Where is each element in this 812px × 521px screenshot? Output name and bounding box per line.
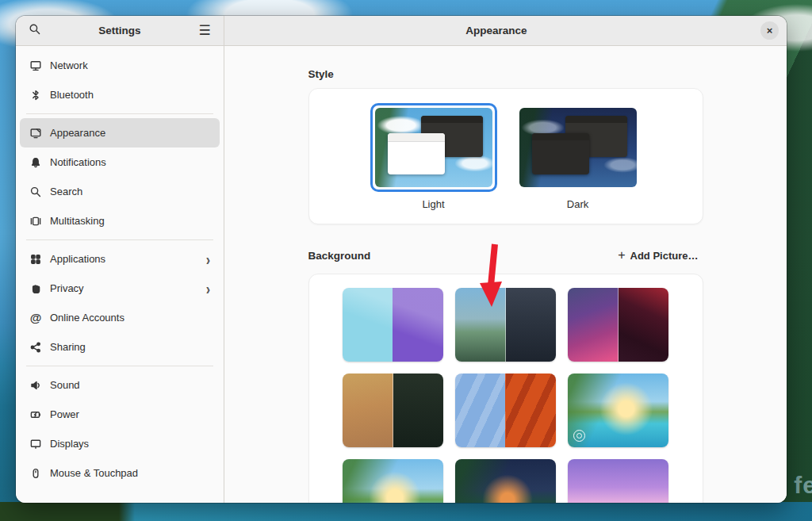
- applications-grid-icon: [29, 253, 42, 266]
- background-card: [308, 274, 703, 503]
- sidebar-item-displays[interactable]: Displays: [20, 429, 220, 458]
- appearance-panel: Style Light: [224, 46, 787, 503]
- wallpaper-thumb-island-day[interactable]: [343, 459, 443, 503]
- light-selection-ring: [370, 103, 497, 192]
- wallpaper-thumb-purple-sky[interactable]: [568, 459, 668, 503]
- sidebar-separator: [26, 239, 213, 240]
- desktop-watermark: fe: [794, 472, 812, 499]
- slideshow-indicator-icon: [573, 430, 585, 442]
- style-section-label: Style: [308, 68, 703, 80]
- close-icon: ×: [767, 25, 773, 36]
- preview-light-window: [388, 133, 445, 174]
- at-icon: @: [29, 312, 42, 324]
- sidebar-item-network[interactable]: Network: [20, 51, 220, 80]
- desktop-wallpaper-water: [0, 502, 812, 521]
- sidebar-separator: [26, 113, 213, 114]
- sidebar: Network Bluetooth Appearance Notific: [16, 46, 224, 503]
- sidebar-item-label: Network: [50, 59, 210, 71]
- sidebar-item-label: Privacy: [50, 282, 198, 294]
- wallpaper-thumb-orange-darkgreen[interactable]: [343, 374, 443, 447]
- sidebar-item-sharing[interactable]: Sharing: [20, 332, 220, 362]
- appearance-icon: [29, 127, 42, 140]
- sidebar-item-label: Sharing: [50, 341, 210, 353]
- sidebar-item-label: Search: [50, 186, 210, 197]
- main-header: Appearance ×: [224, 16, 787, 45]
- sidebar-item-notifications[interactable]: Notifications: [20, 147, 220, 177]
- light-style-preview: [375, 108, 492, 187]
- window-body: Network Bluetooth Appearance Notific: [16, 46, 787, 503]
- share-icon: [29, 341, 42, 354]
- style-option-light[interactable]: Light: [370, 103, 497, 210]
- style-card: Light Dark: [308, 88, 703, 224]
- hand-icon: [29, 282, 42, 295]
- sidebar-item-label: Appearance: [50, 127, 210, 139]
- search-icon: [29, 23, 41, 38]
- titlebar: Settings ☰ Appearance ×: [16, 16, 787, 46]
- wallpaper-grid: [309, 288, 703, 503]
- plus-icon: +: [618, 248, 625, 262]
- mouse-icon: [29, 467, 42, 480]
- sidebar-item-label: Notifications: [50, 156, 210, 168]
- sidebar-item-bluetooth[interactable]: Bluetooth: [20, 80, 220, 109]
- bluetooth-icon: [29, 89, 42, 102]
- style-option-label: Light: [422, 198, 444, 210]
- hamburger-icon: ☰: [198, 22, 210, 39]
- menu-button[interactable]: ☰: [193, 20, 216, 42]
- speaker-icon: [29, 379, 42, 392]
- preview-dark-window-2: [532, 133, 589, 174]
- sidebar-item-mouse-touchpad[interactable]: Mouse & Touchpad: [20, 458, 220, 488]
- sidebar-item-appearance[interactable]: Appearance: [20, 118, 220, 147]
- add-picture-button[interactable]: + Add Picture…: [613, 245, 703, 266]
- network-icon: [29, 59, 42, 72]
- sidebar-item-label: Displays: [50, 438, 210, 450]
- battery-icon: [29, 408, 42, 421]
- sidebar-item-label: Bluetooth: [50, 89, 210, 101]
- wallpaper-thumb-city-day-night[interactable]: [455, 288, 556, 362]
- search-button[interactable]: [24, 20, 46, 42]
- sidebar-item-label: Multitasking: [50, 215, 210, 227]
- multitasking-icon: [29, 215, 42, 228]
- sidebar-item-multitasking[interactable]: Multitasking: [20, 206, 220, 236]
- sidebar-item-privacy[interactable]: Privacy ›: [20, 274, 220, 303]
- sidebar-item-label: Sound: [50, 379, 210, 391]
- page-title: Appearance: [232, 25, 760, 36]
- sidebar-title: Settings: [46, 25, 193, 36]
- dark-selection-ring: [515, 103, 642, 192]
- sidebar-item-power[interactable]: Power: [20, 400, 220, 429]
- wallpaper-thumb-island-slideshow[interactable]: [568, 374, 668, 447]
- style-option-dark[interactable]: Dark: [515, 103, 642, 210]
- settings-window: Settings ☰ Appearance × Network: [16, 16, 787, 503]
- style-option-label: Dark: [567, 198, 588, 210]
- sidebar-item-label: Mouse & Touchpad: [50, 467, 210, 479]
- sidebar-item-label: Online Accounts: [50, 312, 210, 324]
- wallpaper-thumb-abstract-teal-purple[interactable]: [343, 288, 443, 362]
- sidebar-item-search[interactable]: Search: [20, 177, 220, 206]
- sidebar-item-applications[interactable]: Applications ›: [20, 244, 220, 274]
- wallpaper-thumb-purple-maroon[interactable]: [568, 288, 668, 362]
- sidebar-separator: [26, 366, 213, 366]
- wallpaper-thumb-island-night[interactable]: [455, 459, 556, 503]
- bell-icon: [29, 156, 42, 169]
- sidebar-item-label: Applications: [50, 253, 198, 265]
- search-icon: [29, 186, 42, 198]
- sidebar-item-online-accounts[interactable]: @ Online Accounts: [20, 303, 220, 332]
- sidebar-item-sound[interactable]: Sound: [20, 370, 220, 400]
- sidebar-item-label: Power: [50, 408, 210, 420]
- background-section-label: Background: [308, 250, 371, 262]
- chevron-right-icon: ›: [206, 280, 210, 297]
- dark-style-preview: [519, 108, 637, 187]
- chevron-right-icon: ›: [206, 251, 210, 267]
- sidebar-header: Settings ☰: [16, 16, 224, 45]
- monitor-icon: [29, 438, 42, 450]
- add-picture-label: Add Picture…: [630, 250, 699, 262]
- wallpaper-thumb-drips-blue-orange[interactable]: [455, 374, 556, 447]
- close-button[interactable]: ×: [760, 21, 779, 40]
